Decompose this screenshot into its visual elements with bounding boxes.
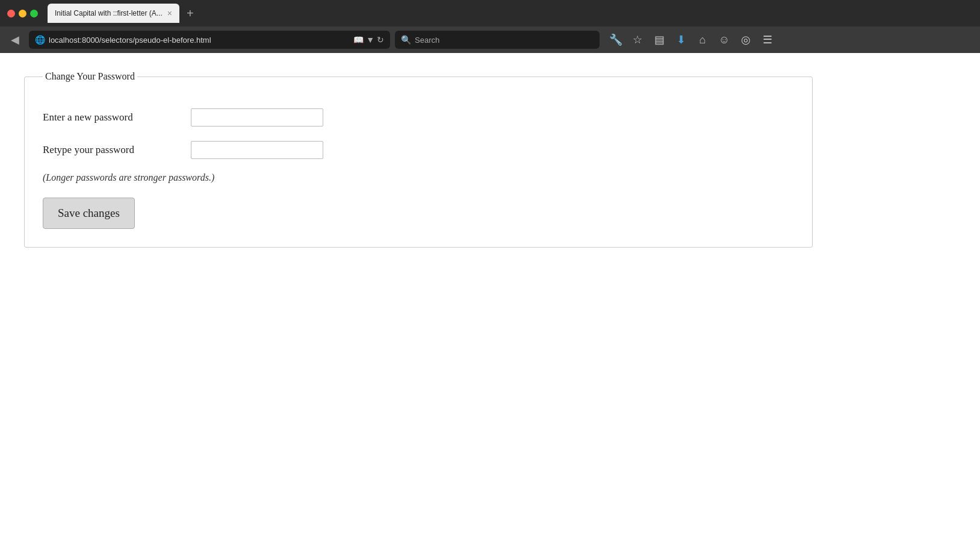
toolbar-icons: 🔧 ☆ ▤ ⬇ ⌂ ☺ ◎ ☰ — [607, 31, 777, 49]
retype-password-input[interactable] — [191, 141, 323, 159]
download-icon: ⬇ — [677, 33, 686, 46]
globe-icon: 🌐 — [35, 35, 45, 45]
list-icon: ▤ — [654, 33, 665, 46]
fieldset-legend: Change Your Password — [43, 71, 137, 82]
new-password-input[interactable] — [191, 108, 323, 126]
traffic-lights — [7, 10, 38, 17]
tab-title: Initial Capital with ::first-letter (A..… — [55, 9, 163, 17]
new-password-row: Enter a new password — [43, 108, 794, 126]
menu-button[interactable]: ☰ — [758, 31, 777, 49]
dropdown-icon[interactable]: ▼ — [366, 35, 374, 45]
menu-icon: ☰ — [763, 33, 772, 46]
active-tab[interactable]: Initial Capital with ::first-letter (A..… — [48, 4, 179, 23]
save-changes-button[interactable]: Save changes — [43, 198, 135, 229]
smiley-button[interactable]: ☺ — [715, 31, 733, 49]
address-path: 8000/selectors/pseudo-el-before.html — [82, 36, 211, 45]
toolbar: ◀ 🌐 localhost:8000/selectors/pseudo-el-b… — [0, 27, 980, 53]
password-hint: (Longer passwords are stronger passwords… — [43, 172, 794, 183]
back-icon: ◀ — [11, 33, 19, 46]
address-bar[interactable]: 🌐 localhost:8000/selectors/pseudo-el-bef… — [29, 31, 390, 49]
home-button[interactable]: ⌂ — [693, 31, 712, 49]
home-icon: ⌂ — [699, 34, 706, 46]
tab-close-button[interactable]: × — [167, 9, 172, 17]
maximize-traffic-light[interactable] — [30, 10, 38, 17]
search-bar[interactable]: 🔍 Search — [395, 31, 600, 49]
smiley-icon: ☺ — [719, 34, 730, 46]
bookmarks-list-button[interactable]: ▤ — [650, 31, 668, 49]
password-fieldset: Change Your Password Enter a new passwor… — [24, 71, 813, 248]
wrench-icon: 🔧 — [609, 33, 622, 46]
wrench-button[interactable]: 🔧 — [607, 31, 625, 49]
bookmark-button[interactable]: ☆ — [628, 31, 647, 49]
address-host: localhost: — [49, 36, 82, 45]
minimize-traffic-light[interactable] — [19, 10, 26, 17]
star-icon: ☆ — [633, 33, 642, 46]
retype-password-row: Retype your password — [43, 141, 794, 159]
retype-password-label: Retype your password — [43, 144, 181, 156]
refresh-icon[interactable]: ↻ — [377, 35, 384, 45]
back-button[interactable]: ◀ — [6, 31, 24, 49]
address-text: localhost:8000/selectors/pseudo-el-befor… — [49, 36, 350, 45]
new-password-label: Enter a new password — [43, 111, 181, 123]
reader-icon[interactable]: 📖 — [353, 35, 364, 45]
address-bar-icons: 📖 ▼ ↻ — [353, 35, 384, 45]
download-button[interactable]: ⬇ — [672, 31, 690, 49]
tab-bar: Initial Capital with ::first-letter (A..… — [48, 4, 973, 23]
target-icon: ◎ — [741, 33, 751, 46]
target-button[interactable]: ◎ — [737, 31, 755, 49]
search-icon: 🔍 — [401, 35, 411, 45]
page-content: Change Your Password Enter a new passwor… — [0, 53, 980, 559]
titlebar: Initial Capital with ::first-letter (A..… — [0, 0, 980, 27]
close-traffic-light[interactable] — [7, 10, 15, 17]
new-tab-button[interactable]: + — [182, 5, 199, 22]
search-text: Search — [415, 36, 439, 45]
